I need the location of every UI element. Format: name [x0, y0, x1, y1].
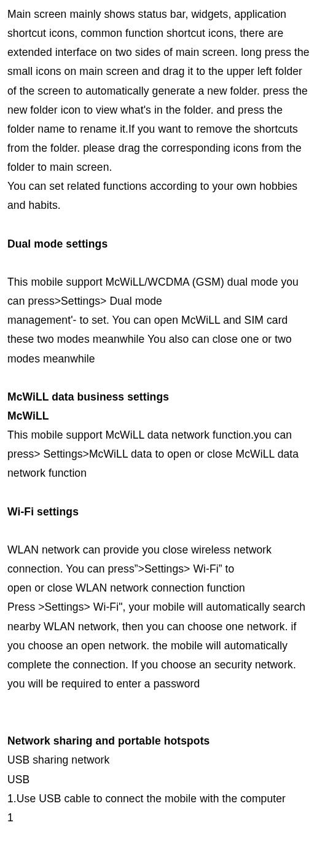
wifi-body-1: WLAN network can provide you close wirel… [7, 541, 310, 579]
page-number: 1 [7, 808, 310, 827]
spacer [7, 216, 310, 235]
mcwill-body: This mobile support McWiLL data network … [7, 426, 310, 483]
spacer [7, 713, 310, 732]
dual-mode-heading: Dual mode settings [7, 235, 310, 254]
intro-paragraph-2: You can set related functions according … [7, 177, 310, 215]
spacer [7, 522, 310, 541]
dual-mode-body-1: This mobile support McWiLL/WCDMA (GSM) d… [7, 273, 310, 311]
intro-paragraph-1: Main screen mainly shows status bar, wid… [7, 5, 310, 177]
network-line-1: USB sharing network [7, 751, 310, 770]
network-line-3: 1.Use USB cable to connect the mobile wi… [7, 789, 310, 808]
mcwill-heading: McWiLL data business settings [7, 388, 310, 407]
wifi-heading: Wi-Fi settings [7, 502, 310, 522]
dual-mode-body-2: management'- to set. You can open McWiLL… [7, 311, 310, 368]
wifi-body-3: Press >Settings> Wi-Fi", your mobile wil… [7, 598, 310, 694]
spacer [7, 369, 310, 388]
network-line-2: USB [7, 770, 310, 789]
spacer [7, 483, 310, 502]
mcwill-subheading: McWiLL [7, 407, 310, 426]
wifi-body-2: open or close WLAN network connection fu… [7, 579, 310, 598]
spacer [7, 694, 310, 713]
network-heading: Network sharing and portable hotspots [7, 732, 310, 751]
spacer [7, 254, 310, 273]
